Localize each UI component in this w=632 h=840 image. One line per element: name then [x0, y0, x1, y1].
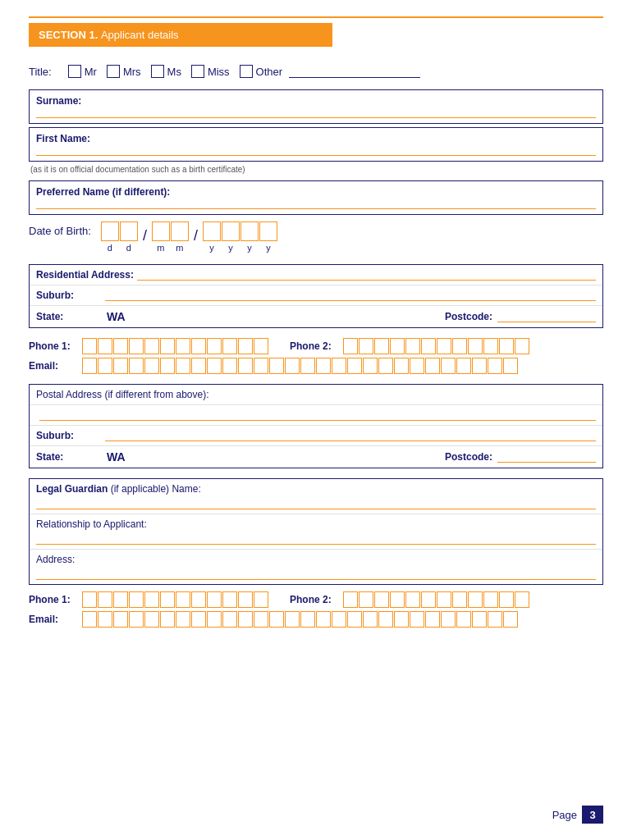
email-c20[interactable] [378, 358, 393, 374]
email-c21[interactable] [394, 358, 409, 374]
email-c2[interactable] [98, 358, 112, 374]
phone1-c1[interactable] [82, 338, 97, 354]
le-c26[interactable] [472, 611, 487, 628]
le-c7[interactable] [176, 611, 190, 628]
le-c20[interactable] [378, 611, 393, 628]
lp2-c1[interactable] [343, 591, 358, 608]
phone2-c2[interactable] [359, 338, 373, 354]
le-c5[interactable] [144, 611, 159, 628]
email-c27[interactable] [488, 358, 502, 374]
legal-address-input[interactable] [36, 568, 596, 580]
dob-m2[interactable] [171, 221, 189, 241]
lp2-c4[interactable] [390, 591, 405, 608]
postal-address-input[interactable] [39, 409, 596, 421]
dob-y4[interactable] [259, 221, 277, 241]
email-c6[interactable] [160, 358, 175, 374]
le-c14[interactable] [285, 611, 300, 628]
dob-y3[interactable] [240, 221, 259, 241]
email-c13[interactable] [269, 358, 284, 374]
email-c10[interactable] [222, 358, 237, 374]
email-c14[interactable] [285, 358, 300, 374]
le-c3[interactable] [113, 611, 128, 628]
phone2-c6[interactable] [421, 338, 436, 354]
lp2-c8[interactable] [452, 591, 467, 608]
phone1-c8[interactable] [191, 338, 206, 354]
lp2-c2[interactable] [359, 591, 373, 608]
mr-checkbox[interactable] [68, 65, 81, 78]
le-c9[interactable] [207, 611, 222, 628]
lp2-c5[interactable] [405, 591, 420, 608]
le-c28[interactable] [503, 611, 518, 628]
phone1-c5[interactable] [144, 338, 159, 354]
title-option-ms[interactable]: Ms [151, 65, 181, 78]
postal-suburb-input[interactable] [105, 430, 596, 441]
le-c6[interactable] [160, 611, 175, 628]
email-c25[interactable] [456, 358, 471, 374]
other-checkbox[interactable] [240, 65, 253, 78]
email-c26[interactable] [472, 358, 487, 374]
le-c11[interactable] [238, 611, 253, 628]
phone2-c12[interactable] [515, 338, 529, 354]
surname-input[interactable] [36, 107, 596, 118]
le-c4[interactable] [129, 611, 144, 628]
lp1-c8[interactable] [191, 591, 206, 608]
le-c12[interactable] [254, 611, 268, 628]
email-c5[interactable] [144, 358, 159, 374]
email-c22[interactable] [410, 358, 424, 374]
title-option-mr[interactable]: Mr [68, 65, 97, 78]
phone1-c6[interactable] [160, 338, 175, 354]
le-c16[interactable] [316, 611, 331, 628]
email-c15[interactable] [300, 358, 315, 374]
email-c17[interactable] [332, 358, 346, 374]
lp1-c11[interactable] [238, 591, 253, 608]
email-c12[interactable] [254, 358, 268, 374]
email-c11[interactable] [238, 358, 253, 374]
lp2-c6[interactable] [421, 591, 436, 608]
title-option-miss[interactable]: Miss [191, 65, 230, 78]
le-c15[interactable] [300, 611, 315, 628]
first-name-input[interactable] [36, 144, 596, 156]
lp1-c10[interactable] [222, 591, 237, 608]
dob-y2[interactable] [222, 221, 240, 241]
lp1-c12[interactable] [254, 591, 268, 608]
lp1-c4[interactable] [129, 591, 144, 608]
le-c24[interactable] [441, 611, 456, 628]
le-c19[interactable] [363, 611, 378, 628]
phone1-c11[interactable] [238, 338, 253, 354]
le-c27[interactable] [488, 611, 502, 628]
phone2-c5[interactable] [405, 338, 420, 354]
email-c9[interactable] [207, 358, 222, 374]
le-c1[interactable] [82, 611, 97, 628]
email-c23[interactable] [425, 358, 440, 374]
miss-checkbox[interactable] [191, 65, 204, 78]
phone2-c10[interactable] [483, 338, 498, 354]
le-c23[interactable] [425, 611, 440, 628]
mrs-checkbox[interactable] [107, 65, 120, 78]
email-c16[interactable] [316, 358, 331, 374]
email-c28[interactable] [503, 358, 518, 374]
phone1-c7[interactable] [176, 338, 190, 354]
lp1-c6[interactable] [160, 591, 175, 608]
phone1-c2[interactable] [98, 338, 112, 354]
legal-relationship-input[interactable] [36, 533, 596, 545]
le-c2[interactable] [98, 611, 112, 628]
le-c21[interactable] [394, 611, 409, 628]
lp1-c7[interactable] [176, 591, 190, 608]
le-c8[interactable] [191, 611, 206, 628]
lp2-c12[interactable] [515, 591, 529, 608]
phone2-c9[interactable] [468, 338, 483, 354]
lp2-c3[interactable] [374, 591, 389, 608]
phone1-c3[interactable] [113, 338, 128, 354]
email-c19[interactable] [363, 358, 378, 374]
lp1-c2[interactable] [98, 591, 112, 608]
email-c18[interactable] [347, 358, 362, 374]
phone2-c8[interactable] [452, 338, 467, 354]
phone2-c4[interactable] [390, 338, 405, 354]
phone1-c4[interactable] [129, 338, 144, 354]
residential-address-input[interactable] [137, 269, 596, 281]
lp1-c3[interactable] [113, 591, 128, 608]
phone2-c1[interactable] [343, 338, 358, 354]
email-c3[interactable] [113, 358, 128, 374]
email-c7[interactable] [176, 358, 190, 374]
le-c13[interactable] [269, 611, 284, 628]
